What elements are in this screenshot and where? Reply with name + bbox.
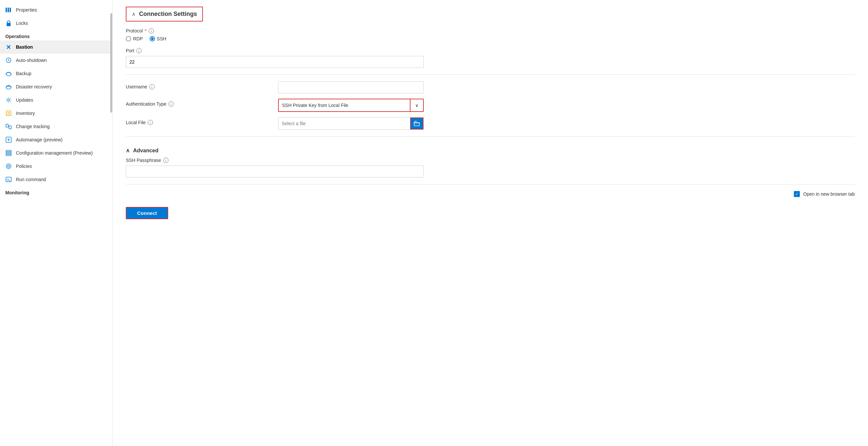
sidebar-item-properties[interactable]: Properties (0, 3, 112, 17)
gear-icon (5, 97, 12, 103)
open-new-tab-group: ✓ Open in new browser tab (126, 191, 855, 197)
sidebar-item-disaster-recovery[interactable]: Disaster recovery (0, 80, 112, 93)
sidebar-item-backup-label: Backup (16, 71, 31, 76)
auth-type-dropdown-button[interactable]: ∨ (410, 99, 423, 111)
protocol-group: Protocol * i RDP SSH (126, 28, 855, 41)
sidebar-item-auto-shutdown[interactable]: Auto-shutdown (0, 54, 112, 67)
monitoring-section-header: Monitoring (0, 186, 112, 197)
sidebar-item-config-mgmt[interactable]: Configuration management (Preview) (0, 146, 112, 159)
auth-type-select[interactable]: Password SSH Private Key from Local File… (279, 99, 410, 111)
main-content: ∧ Connection Settings Protocol * i RDP S… (113, 0, 868, 446)
svg-rect-13 (9, 126, 11, 129)
local-file-browse-button[interactable] (410, 118, 424, 129)
local-file-info-icon[interactable]: i (148, 120, 153, 125)
required-star: * (145, 28, 146, 33)
sidebar-item-disaster-recovery-label: Disaster recovery (16, 84, 52, 89)
rdp-radio-option[interactable]: RDP (126, 36, 143, 41)
sidebar-item-locks[interactable]: Locks (0, 17, 112, 30)
sidebar-item-backup[interactable]: Backup (0, 67, 112, 80)
auth-type-info-icon[interactable]: i (168, 101, 174, 107)
advanced-chevron-up-icon: ∧ (126, 147, 130, 154)
sidebar-item-config-mgmt-label: Configuration management (Preview) (16, 150, 93, 156)
svg-point-9 (8, 99, 9, 101)
automanage-icon (5, 137, 12, 143)
svg-rect-20 (6, 177, 11, 182)
local-file-wrapper (278, 117, 424, 130)
advanced-section-header[interactable]: ∧ Advanced (126, 143, 855, 158)
sidebar-item-inventory[interactable]: Inventory (0, 107, 112, 120)
config-mgmt-icon (5, 150, 12, 156)
local-file-input-cell (278, 117, 424, 130)
sidebar-item-updates[interactable]: Updates (0, 93, 112, 107)
ssh-radio-circle (150, 36, 155, 41)
connection-settings-header[interactable]: ∧ Connection Settings (126, 7, 203, 22)
username-info-icon[interactable]: i (149, 84, 155, 89)
auth-type-row: Authentication Type i Password SSH Priva… (126, 99, 424, 112)
sidebar-item-change-tracking-label: Change tracking (16, 124, 50, 129)
ssh-label: SSH (157, 36, 166, 41)
svg-rect-15 (6, 150, 11, 152)
divider-1 (126, 75, 855, 75)
sidebar-item-automanage[interactable]: Automanage (preview) (0, 133, 112, 146)
sidebar-item-updates-label: Updates (16, 97, 33, 102)
sidebar-item-properties-label: Properties (16, 7, 37, 12)
sidebar-item-bastion[interactable]: Bastion (0, 40, 112, 54)
username-input-cell (278, 82, 424, 93)
open-new-tab-label: Open in new browser tab (803, 191, 855, 197)
rdp-label: RDP (133, 36, 143, 41)
svg-rect-1 (8, 8, 9, 12)
chevron-up-icon: ∧ (132, 11, 136, 17)
lock-icon (5, 20, 12, 27)
svg-rect-16 (6, 152, 11, 154)
disaster-recovery-icon (5, 84, 12, 90)
change-tracking-icon (5, 123, 12, 130)
divider-3 (126, 184, 855, 184)
port-group: Port i (126, 48, 424, 68)
divider-2 (126, 137, 855, 137)
username-input[interactable] (278, 82, 424, 93)
policies-icon (5, 163, 12, 170)
sidebar-item-run-command[interactable]: Run command (0, 173, 112, 186)
advanced-title: Advanced (133, 148, 158, 154)
ssh-passphrase-info-icon[interactable]: i (163, 158, 168, 163)
open-new-tab-checkbox[interactable]: ✓ (794, 191, 800, 197)
sidebar-item-policies[interactable]: Policies (0, 159, 112, 173)
run-command-icon (5, 176, 12, 183)
svg-point-18 (6, 164, 11, 169)
svg-point-19 (8, 165, 9, 167)
sidebar-item-automanage-label: Automanage (preview) (16, 137, 63, 142)
protocol-label: Protocol * i (126, 28, 855, 33)
username-label-cell: Username i (126, 82, 272, 89)
auth-type-label-cell: Authentication Type i (126, 99, 272, 107)
bars-icon (5, 7, 12, 13)
username-row: Username i (126, 82, 424, 93)
ssh-passphrase-input[interactable] (126, 166, 424, 177)
protocol-radio-group: RDP SSH (126, 36, 855, 41)
ssh-passphrase-label: SSH Passphrase i (126, 158, 424, 163)
svg-rect-17 (6, 154, 11, 156)
ssh-radio-option[interactable]: SSH (150, 36, 166, 41)
svg-rect-11 (7, 112, 10, 115)
connect-button[interactable]: Connect (126, 207, 168, 219)
bastion-icon (5, 44, 12, 50)
rdp-radio-circle (126, 36, 131, 41)
protocol-info-icon[interactable]: i (149, 28, 154, 33)
port-label: Port i (126, 48, 424, 53)
clock-icon (5, 57, 12, 64)
sidebar: Properties Locks Operations Bastion Auto… (0, 0, 113, 446)
sidebar-item-inventory-label: Inventory (16, 111, 35, 116)
operations-section-header: Operations (0, 30, 112, 40)
sidebar-item-bastion-label: Bastion (16, 44, 33, 50)
svg-rect-3 (7, 23, 10, 26)
sidebar-item-change-tracking[interactable]: Change tracking (0, 120, 112, 133)
local-file-row: Local File i (126, 117, 424, 130)
sidebar-item-run-command-label: Run command (16, 177, 46, 182)
connection-settings-title: Connection Settings (139, 10, 197, 18)
auth-type-dropdown: Password SSH Private Key from Local File… (278, 99, 424, 112)
port-input[interactable] (126, 56, 424, 68)
scroll-indicator (110, 13, 112, 113)
local-file-input[interactable] (278, 118, 410, 129)
sidebar-item-locks-label: Locks (16, 21, 28, 26)
port-info-icon[interactable]: i (136, 48, 142, 53)
inventory-icon (5, 110, 12, 117)
